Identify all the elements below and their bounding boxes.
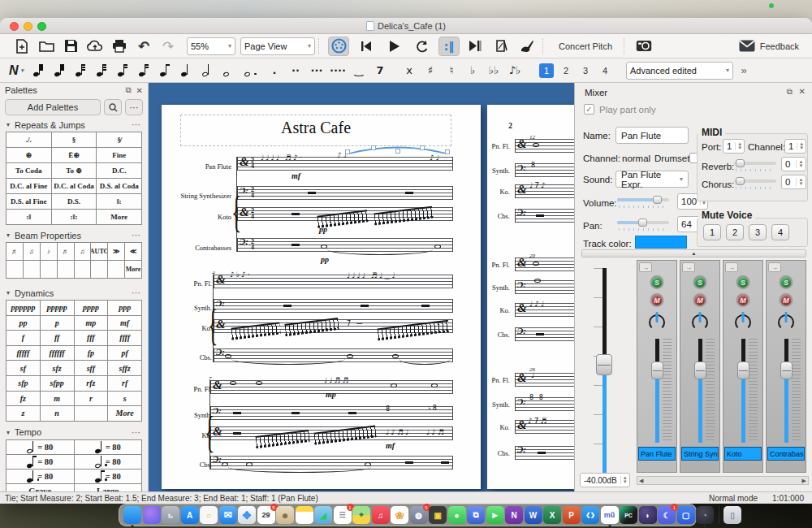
dock-item[interactable]: ☰ 1: [334, 506, 352, 524]
channel-label[interactable]: Pan Flute: [638, 447, 676, 461]
dock-item[interactable]: ●: [448, 506, 466, 524]
palette-cell[interactable]: ♪: [41, 243, 57, 260]
channel-fader-handle[interactable]: [651, 361, 663, 379]
palette-cell[interactable]: ffffff: [41, 346, 74, 361]
channel-fader-handle[interactable]: [780, 361, 793, 379]
view-mode-select[interactable]: Page View▾: [240, 37, 315, 55]
augmentation-tie-rest-button[interactable]: 7: [370, 61, 390, 80]
palette-cell[interactable]: Fine: [97, 148, 141, 162]
palette-cell[interactable]: sfpp: [41, 376, 74, 391]
score-notes[interactable]: ♪♩: [430, 154, 441, 162]
mixer-channel-strip[interactable]: → S M Contrabass: [766, 260, 806, 473]
staff-label[interactable]: Ko.: [155, 431, 212, 439]
toolbar-overflow-button[interactable]: »: [734, 61, 754, 80]
sound-select[interactable]: Pan Flute Expr.▾: [615, 171, 689, 188]
palette-cell[interactable]: n: [41, 406, 74, 421]
voice-button[interactable]: 1: [539, 63, 554, 78]
palette-cell[interactable]: [75, 261, 91, 278]
play-part-only-checkbox[interactable]: ✓: [584, 104, 594, 115]
note-duration-button[interactable]: [133, 61, 153, 80]
dock-item[interactable]: ⠦: [162, 506, 179, 524]
mixer-channel-strip[interactable]: → S M Koto: [723, 260, 763, 473]
brush-tool-button[interactable]: [516, 37, 538, 56]
save-button[interactable]: [60, 37, 81, 56]
print-button[interactable]: [109, 37, 130, 56]
dock-item[interactable]: mũ: [601, 506, 619, 524]
dock-item[interactable]: ⌖: [352, 506, 370, 524]
section-dynamics[interactable]: ▾ Dynamics⋯: [0, 285, 148, 300]
dock-item[interactable]: ◔: [696, 506, 714, 524]
palette-cell[interactable]: f: [6, 331, 40, 345]
dock-item[interactable]: ⧉: [467, 506, 485, 524]
palette-cell[interactable]: To ⊕: [52, 163, 97, 178]
voice-button[interactable]: 2: [559, 63, 573, 78]
palette-cell[interactable]: = 80: [6, 455, 74, 469]
dock-item[interactable]: A: [181, 506, 199, 524]
loop-playback-button[interactable]: [411, 37, 432, 56]
voice-button[interactable]: 4: [598, 63, 612, 78]
solo-button[interactable]: S: [650, 275, 664, 289]
mute-voice-button[interactable]: 2: [726, 224, 744, 240]
voice-button[interactable]: 3: [578, 63, 593, 78]
mixer-collapse-bar[interactable]: ▲: [581, 249, 806, 258]
dynamic-mark[interactable]: pp: [319, 225, 327, 234]
accidental-button[interactable]: ♮: [442, 61, 461, 80]
staff[interactable]: [237, 186, 453, 200]
dock-item[interactable]: W: [525, 506, 542, 524]
zoom-window-button[interactable]: [37, 22, 46, 31]
dock-item[interactable]: ☻: [276, 506, 294, 524]
dock-item[interactable]: X: [543, 506, 561, 524]
channel-fader-handle[interactable]: [694, 361, 706, 379]
palette-cell[interactable]: D.S. al Coda: [97, 179, 141, 193]
channel-label[interactable]: String Synt: [681, 447, 719, 461]
dock-item[interactable]: P: [563, 506, 581, 524]
close-mixer-icon[interactable]: ✕: [799, 87, 806, 96]
dock-item[interactable]: ▸: [486, 506, 504, 524]
palette-cell[interactable]: sff: [75, 361, 108, 375]
staff-label[interactable]: String Synthesizer: [175, 192, 231, 200]
score-notes[interactable]: ♩♩♬♬: [324, 376, 351, 384]
new-score-button[interactable]: [11, 37, 32, 56]
section-repeats-jumps[interactable]: ▾ Repeats & Jumps⋯: [0, 117, 148, 132]
accidental-button[interactable]: x: [400, 61, 419, 80]
staff-label[interactable]: Synth.: [155, 411, 212, 419]
dynamic-mark[interactable]: mp: [326, 390, 336, 399]
reverb-spinbox[interactable]: 0▲▼: [781, 157, 806, 171]
palette-cell[interactable]: r: [75, 392, 108, 406]
play-repeats-toggle[interactable]: :‖: [438, 37, 460, 56]
augmentation-tie-rest-button[interactable]: ··: [286, 61, 305, 80]
palette-cell[interactable]: [41, 261, 57, 278]
note-input-mode-button[interactable]: N▾: [6, 61, 26, 80]
staff-label[interactable]: Cbs.: [155, 353, 212, 361]
dock-item[interactable]: ☾ 1: [658, 506, 676, 524]
master-gain-handle[interactable]: [596, 354, 612, 375]
note-duration-button[interactable]: [197, 61, 216, 80]
palette-cell[interactable]: ♫: [24, 243, 40, 260]
search-palettes-button[interactable]: [104, 99, 122, 115]
palette-cell[interactable]: To Coda: [6, 163, 51, 178]
dock-item[interactable]: N: [505, 506, 523, 524]
note-duration-button[interactable]: [70, 61, 89, 80]
dynamic-mark[interactable]: pp: [321, 255, 329, 264]
channel-fader[interactable]: [741, 339, 745, 443]
palette-cell[interactable]: = 80: [75, 440, 142, 454]
accidental-button[interactable]: ♯: [421, 61, 440, 80]
palette-cell[interactable]: D.C.: [97, 163, 141, 178]
palette-cell[interactable]: D.C. al Fine: [6, 179, 51, 193]
palette-cell[interactable]: ./.: [6, 132, 51, 147]
open-file-button[interactable]: [36, 37, 57, 56]
dock-item[interactable]: ○: [200, 506, 218, 524]
palette-cell[interactable]: ffff: [108, 331, 141, 345]
score-title[interactable]: Astra Cafe: [180, 119, 451, 137]
channel-label[interactable]: Contrabass: [767, 447, 805, 461]
dock-item[interactable]: ❮❯: [581, 506, 599, 524]
note-duration-button[interactable]: [218, 61, 237, 80]
palette-cell[interactable]: More: [97, 210, 141, 224]
augmentation-tie-rest-button[interactable]: ···: [307, 61, 326, 80]
dock-item[interactable]: [123, 506, 141, 524]
dock-item[interactable]: ◢: [314, 506, 332, 524]
dock-item[interactable]: [296, 506, 313, 524]
pan-slider[interactable]: [617, 218, 669, 229]
image-capture-button[interactable]: [633, 37, 654, 56]
palette-cell[interactable]: pp: [6, 316, 40, 331]
